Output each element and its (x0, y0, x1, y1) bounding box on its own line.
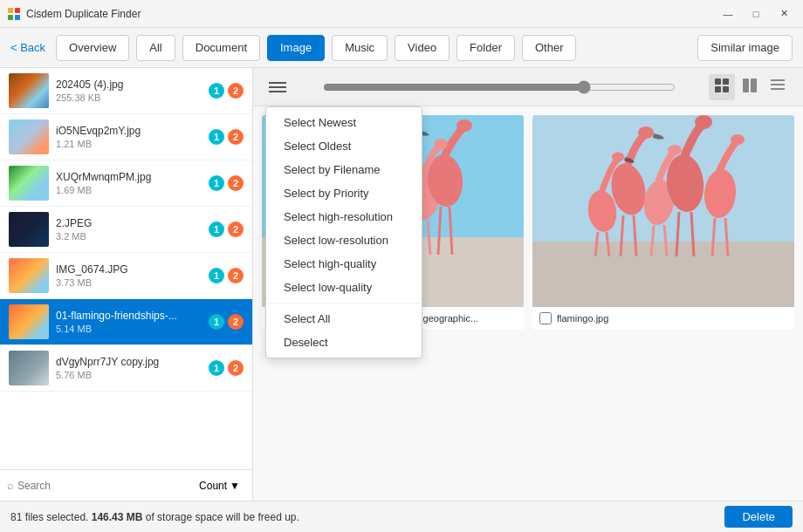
tab-overview[interactable]: Overview (56, 35, 129, 61)
count-badge-1: 1 (209, 360, 224, 376)
file-name: dVgyNprr7JY copy.jpg (56, 356, 202, 368)
count-badge-2: 2 (228, 83, 244, 99)
grid-view-button[interactable] (709, 74, 735, 100)
status-bar: 81 files selected. 146.43 MB of storage … (0, 501, 803, 532)
menu-item-select-by-filename[interactable]: Select by Filename (266, 158, 422, 181)
title-bar: Cisdem Duplicate Finder — □ ✕ (0, 0, 803, 28)
image-checkbox-wrap-2: flamingo.jpg (532, 307, 794, 330)
status-highlight: 146.43 MB (92, 511, 143, 523)
file-item[interactable]: 202405 (4).jpg 255.38 KB 1 2 (0, 68, 252, 114)
status-text: 81 files selected. 146.43 MB of storage … (10, 511, 299, 523)
maximize-button[interactable]: □ (744, 5, 768, 23)
split-view-icon (742, 78, 758, 93)
image-label-2: flamingo.jpg (557, 313, 608, 324)
svg-rect-35 (532, 242, 794, 307)
status-suffix: of storage space will be freed up. (142, 511, 299, 523)
menu-item-select-oldest[interactable]: Select Oldest (266, 134, 422, 158)
close-button[interactable]: ✕ (772, 5, 796, 23)
menu-item-deselect[interactable]: Deselect (266, 331, 422, 354)
menu-item-select-all[interactable]: Select All (266, 307, 422, 331)
svg-point-42 (638, 126, 654, 139)
status-prefix: 81 files selected. (10, 511, 92, 523)
delete-button[interactable]: Delete (724, 506, 793, 528)
svg-rect-4 (269, 82, 286, 84)
svg-rect-6 (269, 91, 286, 92)
file-item[interactable]: 2.JPEG 3.2 MB 1 2 (0, 207, 252, 253)
list-view-icon (770, 78, 786, 93)
count-badge-2: 2 (228, 360, 244, 376)
view-buttons (709, 74, 791, 100)
app-title: Cisdem Duplicate Finder (26, 8, 716, 20)
file-item[interactable]: dVgyNprr7JY copy.jpg 5.76 MB 1 2 (0, 345, 252, 392)
flamingo-image-2 (532, 115, 794, 307)
svg-rect-12 (751, 78, 757, 92)
file-info: iO5NEvqp2mY.jpg 1.21 MB (56, 125, 202, 149)
file-size: 255.38 KB (56, 92, 202, 103)
file-counts: 1 2 (209, 129, 244, 145)
count-badge-1: 1 (209, 222, 224, 237)
right-toolbar (253, 68, 803, 106)
menu-item-select-newest[interactable]: Select Newest (266, 111, 422, 134)
tab-video[interactable]: Video (395, 35, 450, 61)
slider-wrap (297, 80, 702, 94)
select-menu-button[interactable] (265, 77, 290, 98)
file-info: 2.JPEG 3.2 MB (56, 217, 202, 242)
menu-item-select-by-priority[interactable]: Select by Priority (266, 181, 422, 205)
split-view-button[interactable] (737, 74, 763, 100)
file-name: 01-flamingo-friendships-... (56, 310, 202, 322)
size-slider[interactable] (323, 80, 676, 94)
menu-item-select-low-resolution[interactable]: Select low-resolution (266, 228, 422, 252)
search-bar: ⌕ Count ▼ (0, 469, 252, 501)
tab-other[interactable]: Other (522, 35, 577, 61)
tab-all[interactable]: All (136, 35, 175, 61)
file-info: 01-flamingo-friendships-... 5.14 MB (56, 310, 202, 334)
file-thumbnail (9, 212, 49, 247)
file-counts: 1 2 (209, 360, 244, 376)
svg-point-24 (434, 139, 448, 149)
menu-item-select-high-quality[interactable]: Select high-quality (266, 252, 422, 276)
minimize-button[interactable]: — (716, 5, 740, 23)
svg-rect-1 (15, 8, 20, 13)
tab-image[interactable]: Image (267, 35, 325, 61)
file-item-active[interactable]: 01-flamingo-friendships-... 5.14 MB 1 2 (0, 299, 252, 345)
menu-divider (266, 303, 422, 304)
svg-rect-13 (771, 79, 785, 81)
count-dropdown[interactable]: Count ▼ (194, 478, 245, 494)
file-counts: 1 2 (209, 175, 244, 191)
tab-music[interactable]: Music (332, 35, 388, 61)
svg-point-45 (731, 134, 745, 145)
svg-point-41 (612, 153, 624, 162)
file-info: IMG_0674.JPG 3.73 MB (56, 263, 202, 288)
toolbar: < Back Overview All Document Image Music… (0, 28, 803, 68)
file-name: IMG_0674.JPG (56, 263, 202, 276)
file-item[interactable]: IMG_0674.JPG 3.73 MB 1 2 (0, 253, 252, 299)
grid-view-icon (714, 78, 730, 93)
search-input[interactable] (17, 480, 190, 492)
file-thumbnail (9, 304, 49, 339)
tab-document[interactable]: Document (182, 35, 260, 61)
file-info: dVgyNprr7JY copy.jpg 5.76 MB (56, 356, 202, 380)
file-size: 1.21 MB (56, 139, 202, 149)
file-size: 5.14 MB (56, 324, 202, 334)
count-label: Count (199, 480, 227, 492)
count-badge-1: 1 (209, 129, 224, 145)
file-info: XUQrMwnqmPM.jpg 1.69 MB (56, 171, 202, 195)
left-panel: 202405 (4).jpg 255.38 KB 1 2 iO5NEvqp2mY… (0, 68, 253, 501)
count-badge-1: 1 (209, 175, 224, 191)
tab-folder[interactable]: Folder (456, 35, 515, 61)
file-counts: 1 2 (209, 222, 244, 237)
svg-rect-0 (8, 8, 13, 13)
count-badge-1: 1 (209, 314, 224, 330)
image-checkbox-2[interactable] (539, 312, 552, 324)
back-button[interactable]: < Back (10, 41, 45, 54)
list-view-button[interactable] (765, 74, 791, 100)
similar-image-button[interactable]: Similar image (697, 35, 793, 61)
file-item[interactable]: XUQrMwnqmPM.jpg 1.69 MB 1 2 (0, 160, 252, 207)
menu-item-select-high-resolution[interactable]: Select high-resolution (266, 205, 422, 228)
file-item[interactable]: iO5NEvqp2mY.jpg 1.21 MB 1 2 (0, 114, 252, 160)
app-icon (7, 7, 21, 21)
menu-item-select-low-quality[interactable]: Select low-quality (266, 276, 422, 299)
svg-point-44 (695, 115, 712, 129)
svg-rect-11 (743, 78, 749, 92)
file-thumbnail (9, 119, 49, 154)
